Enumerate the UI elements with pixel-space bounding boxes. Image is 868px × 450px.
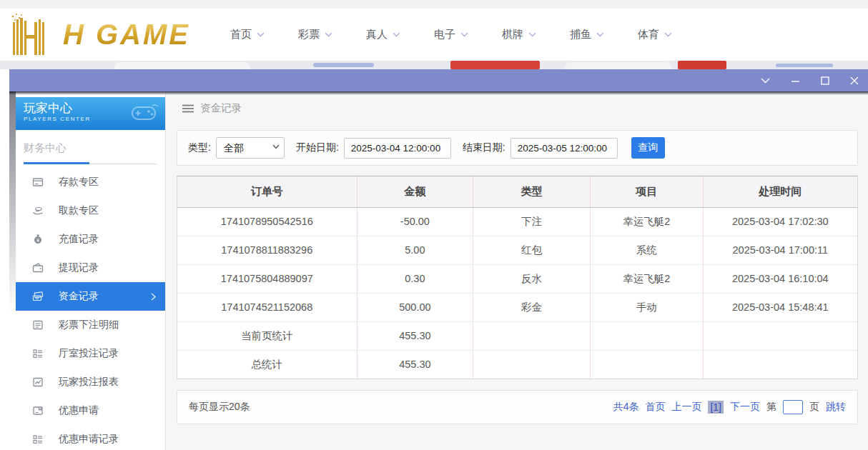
sidebar-item-label: 存款专区 — [59, 176, 99, 189]
page-title: 资金记录 — [200, 101, 242, 115]
type-select[interactable]: 全部 — [216, 137, 285, 159]
sidebar-item-promo-apply-records[interactable]: 优惠申请记录 — [16, 425, 165, 450]
column-header-order-no: 订单号 — [177, 176, 357, 207]
window-titlebar[interactable] — [9, 69, 868, 91]
nav-label: 真人 — [366, 28, 388, 41]
banner-fragment — [313, 63, 374, 67]
sidebar: 玩家中心 PLAYERS CENTER 财务中心 — [16, 91, 166, 450]
window-controls — [761, 69, 859, 91]
nav-label: 电子 — [434, 28, 455, 41]
chevron-down-icon — [257, 32, 265, 37]
sidebar-item-promo-apply[interactable]: 优惠申请 — [16, 396, 165, 425]
type-label: 类型: — [188, 141, 211, 154]
breadcrumb: 资金记录 — [166, 91, 868, 125]
cell-amount: 500.00 — [357, 293, 473, 321]
sidebar-item-lottery-bet-details[interactable]: 彩票下注明细 — [16, 311, 165, 339]
nav-label: 捕鱼 — [570, 28, 591, 41]
start-date-input[interactable] — [344, 138, 451, 159]
summary-label: 总统计 — [177, 350, 357, 379]
inner-shadow-left — [9, 91, 16, 313]
cell-project: 系统 — [590, 236, 703, 264]
chevron-down-icon — [393, 32, 400, 37]
chevron-down-icon — [596, 32, 604, 37]
cell-time: 2025-03-04 15:48:41 — [703, 293, 857, 321]
cell-type: 彩金 — [473, 293, 591, 321]
cell-type: 红包 — [473, 236, 591, 264]
sidebar-item-withdraw-zone[interactable]: 取款专区 — [16, 196, 165, 225]
cell-amount: 5.00 — [357, 236, 473, 264]
browser-edge-strip — [0, 0, 868, 9]
filter-bar: 类型: 全部 开始日期: 结束日期: 查询 — [177, 130, 858, 166]
cell-type: 反水 — [473, 264, 591, 293]
sidebar-item-room-bet-records[interactable]: 厅室投注记录 — [16, 339, 165, 368]
cell-amount: 0.30 — [357, 264, 473, 293]
sidebar-item-deposit-zone[interactable]: 存款专区 — [16, 168, 165, 196]
sidebar-section: 财务中心 — [16, 130, 165, 164]
sidebar-menu: 存款专区 取款专区 ¥ 充值记录 — [16, 168, 165, 450]
table-row: 1741074521152068 500.00 彩金 手动 2025-03-04… — [177, 293, 857, 321]
prev-page-link[interactable]: 上一页 — [671, 401, 701, 414]
sidebar-item-player-bet-report[interactable]: 玩家投注报表 — [16, 368, 165, 396]
nav-item-slots[interactable]: 电子 — [434, 28, 468, 41]
summary-amount: 455.30 — [357, 350, 473, 379]
jump-button[interactable]: 跳转 — [826, 401, 846, 414]
start-date-label: 开始日期: — [296, 141, 339, 154]
sidebar-section-label: 财务中心 — [24, 141, 157, 155]
table-row: 1741078950542516 -50.00 下注 幸运飞艇2 2025-03… — [177, 207, 857, 236]
cell-project: 幸运飞艇2 — [590, 264, 703, 293]
table-row: 1741075804889097 0.30 反水 幸运飞艇2 2025-03-0… — [177, 264, 857, 293]
nav-item-sports[interactable]: 体育 — [638, 28, 672, 41]
money-bag-icon: ¥ — [32, 234, 44, 245]
summary-amount: 455.30 — [357, 321, 473, 350]
cell-amount: -50.00 — [357, 207, 473, 236]
brand-logo[interactable]: H GAME — [7, 11, 190, 57]
nav-item-live[interactable]: 真人 — [366, 28, 400, 41]
end-date-input[interactable] — [511, 138, 618, 159]
sidebar-item-withdrawal-records[interactable]: 提现记录 — [16, 254, 165, 282]
jump-page-input[interactable] — [783, 400, 803, 414]
background-page-strip — [0, 61, 868, 69]
site-header: H GAME 首页 彩票 真人 电子 棋牌 — [0, 9, 868, 61]
nav-item-fishing[interactable]: 捕鱼 — [570, 28, 604, 41]
jump-prefix: 第 — [766, 401, 776, 414]
banner-fragment — [114, 62, 250, 69]
nav-item-lottery[interactable]: 彩票 — [298, 28, 332, 41]
nav-item-home[interactable]: 首页 — [230, 28, 265, 41]
cell-order-no: 1741074521152068 — [177, 293, 357, 321]
minimize-icon[interactable] — [791, 78, 800, 84]
main-panel: 资金记录 类型: 全部 开始日期: 结束日期: 查询 — [166, 91, 868, 450]
sidebar-item-label: 彩票下注明细 — [59, 319, 119, 331]
banknotes-icon — [32, 291, 44, 302]
nav-label: 彩票 — [298, 28, 320, 41]
hand-money-icon — [32, 205, 44, 216]
logo-stripes-icon — [7, 12, 59, 56]
nav-label: 棋牌 — [502, 28, 523, 41]
first-page-link[interactable]: 首页 — [645, 401, 665, 414]
sidebar-item-recharge-records[interactable]: ¥ 充值记录 — [16, 225, 165, 254]
nav-item-cards[interactable]: 棋牌 — [502, 28, 536, 41]
gamepad-icon — [128, 103, 159, 124]
hamburger-icon[interactable] — [182, 104, 194, 113]
column-header-time: 处理时间 — [703, 176, 857, 207]
chevron-down-icon[interactable] — [761, 78, 770, 84]
jump-suffix: 页 — [809, 401, 819, 414]
screen: H GAME 首页 彩票 真人 电子 棋牌 — [0, 0, 868, 450]
chevron-down-icon — [528, 32, 536, 37]
logo-text: H GAME — [63, 19, 190, 51]
sidebar-header: 玩家中心 PLAYERS CENTER — [16, 97, 165, 130]
query-button[interactable]: 查询 — [631, 137, 665, 159]
table-header-row: 订单号 金额 类型 项目 处理时间 — [177, 176, 857, 207]
sidebar-item-funds-records[interactable]: 资金记录 — [16, 282, 165, 311]
cell-order-no: 1741078811883296 — [177, 236, 357, 264]
pagination-bar: 每页显示20条 共4条 首页 上一页 [1] 下一页 第 页 跳转 — [177, 390, 858, 424]
pager: 共4条 首页 上一页 [1] 下一页 第 页 跳转 — [613, 400, 846, 414]
maximize-icon[interactable] — [821, 76, 829, 85]
close-icon[interactable] — [850, 76, 859, 85]
sidebar-item-label: 提现记录 — [59, 261, 99, 274]
coupon-icon — [32, 405, 44, 416]
next-page-link[interactable]: 下一页 — [730, 401, 760, 414]
column-header-project: 项目 — [590, 176, 703, 207]
document-icon — [32, 319, 44, 331]
chevron-right-icon — [151, 293, 156, 301]
cell-type: 下注 — [473, 207, 591, 236]
